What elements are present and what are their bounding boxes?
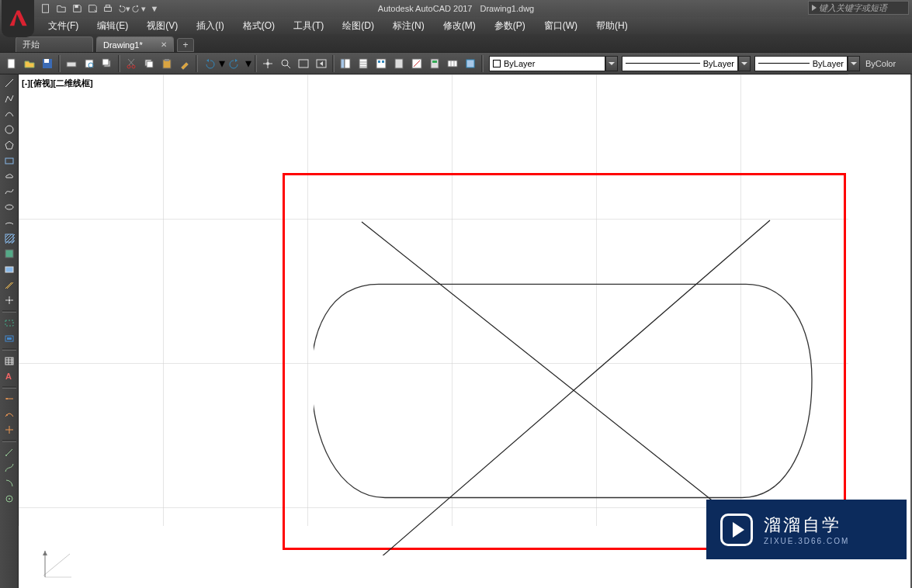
tool-m3-icon[interactable] [2, 476, 17, 490]
tb-plot-icon[interactable] [63, 55, 80, 72]
qat-plot-icon[interactable] [101, 2, 115, 16]
menu-dim[interactable]: 标注(N) [383, 17, 434, 34]
tool-earc-icon[interactable] [2, 216, 17, 230]
qat-undo-icon[interactable]: ▾ [116, 2, 130, 16]
tool-rect-icon[interactable] [2, 154, 17, 168]
tb-pan-icon[interactable] [259, 55, 276, 72]
linetype-dropdown[interactable]: ByLayer [622, 56, 738, 71]
tb-redo-drop[interactable]: ▾ [244, 55, 252, 72]
menu-format[interactable]: 格式(O) [234, 17, 284, 34]
tb-zoom-icon[interactable] [277, 55, 294, 72]
tool-table-icon[interactable] [2, 354, 17, 368]
tool-m4-icon[interactable] [2, 492, 17, 506]
qat-new-icon[interactable] [39, 2, 53, 16]
tool-circle-icon[interactable] [2, 123, 17, 137]
tool-region-icon[interactable] [2, 262, 17, 276]
tool-b3-icon[interactable] [2, 423, 17, 437]
tool-hatch-icon[interactable] [2, 231, 17, 245]
line-preview [758, 63, 810, 64]
tool-b1-icon[interactable] [2, 392, 17, 406]
menu-edit[interactable]: 编辑(E) [88, 17, 137, 34]
svg-point-47 [6, 414, 8, 416]
menu-param[interactable]: 参数(P) [485, 17, 535, 34]
search-input[interactable]: 键入关键字或短语 [808, 1, 909, 15]
drawing-canvas[interactable]: [-][俯视][二维线框] 溜溜自学 ZIXUE.3D66.COM [19, 74, 912, 588]
menu-draw[interactable]: 绘图(D) [333, 17, 383, 34]
tb-undo-drop[interactable]: ▾ [218, 55, 226, 72]
menu-modify[interactable]: 修改(M) [434, 17, 485, 34]
tb-cut-icon[interactable] [123, 55, 140, 72]
layer-color-dropdown[interactable]: ByLayer [489, 56, 605, 71]
tab-add-button[interactable]: + [177, 38, 194, 52]
tb-redo-icon[interactable] [227, 55, 244, 72]
tb-dcenter-icon[interactable] [373, 55, 390, 72]
tool-b2-icon[interactable] [2, 407, 17, 421]
tb-sheet-icon[interactable] [355, 55, 372, 72]
tb-copy-icon[interactable] [140, 55, 158, 72]
tool-cloud-icon[interactable] [2, 169, 17, 183]
tool-line-icon[interactable] [2, 76, 17, 90]
qat-redo-icon[interactable]: ▾ [132, 2, 146, 16]
dropdown-icon[interactable] [738, 56, 751, 71]
tb-tpal-icon[interactable] [390, 55, 407, 72]
qat-saveas-icon[interactable] [85, 2, 99, 16]
tb-markup-icon[interactable] [408, 55, 425, 72]
tool-dim2-icon[interactable] [2, 331, 17, 345]
tool-ray-icon[interactable] [2, 278, 17, 292]
tab-start[interactable]: 开始 [16, 36, 93, 52]
tool-polygon-icon[interactable] [2, 138, 17, 152]
tool-point-icon[interactable] [2, 293, 17, 307]
svg-rect-3 [106, 5, 109, 8]
svg-point-12 [127, 65, 130, 68]
dropdown-icon[interactable] [848, 56, 860, 71]
app-logo[interactable] [2, 0, 34, 37]
tb-block-icon[interactable] [462, 55, 479, 72]
tool-arc-icon[interactable] [2, 107, 17, 121]
tool-m2-icon[interactable] [2, 461, 17, 475]
menu-tools[interactable]: 工具(T) [284, 17, 333, 34]
line-preview [626, 63, 700, 64]
tb-save-icon[interactable] [39, 55, 56, 72]
tb-open-icon[interactable] [21, 55, 38, 72]
menu-window[interactable]: 窗口(W) [535, 17, 587, 34]
qat-save-icon[interactable] [70, 2, 84, 16]
tb-undo-icon[interactable] [200, 55, 217, 72]
svg-point-34 [5, 126, 13, 133]
tb-xref-icon[interactable] [444, 55, 461, 72]
svg-rect-30 [431, 59, 439, 68]
tool-text-icon[interactable]: A [2, 369, 17, 383]
svg-point-48 [5, 455, 7, 456]
menu-file[interactable]: 文件(F) [39, 17, 88, 34]
tb-match-icon[interactable] [176, 55, 193, 72]
menu-help[interactable]: 帮助(H) [587, 17, 637, 34]
plotstyle-label[interactable]: ByColor [861, 59, 900, 68]
tb-zoomwin-icon[interactable] [295, 55, 312, 72]
menu-insert[interactable]: 插入(I) [187, 17, 233, 34]
tool-pline-icon[interactable] [2, 92, 17, 105]
watermark-en: ZIXUE.3D66.COM [764, 537, 849, 545]
app-title: Autodesk AutoCAD 2017 [378, 4, 473, 13]
tool-gradient-icon[interactable] [2, 247, 17, 261]
tb-props-icon[interactable] [337, 55, 354, 72]
menu-view[interactable]: 视图(V) [137, 17, 187, 34]
dropdown-icon[interactable] [605, 56, 618, 71]
svg-rect-38 [5, 250, 13, 258]
svg-rect-6 [44, 59, 49, 63]
qat-open-icon[interactable] [54, 2, 68, 16]
tb-paste-icon[interactable] [158, 55, 175, 72]
tab-drawing1[interactable]: Drawing1* ✕ [96, 36, 174, 52]
svg-line-52 [362, 222, 772, 548]
tool-ellipse-icon[interactable] [2, 200, 17, 214]
lineweight-dropdown[interactable]: ByLayer [754, 56, 848, 71]
tb-zoomprev-icon[interactable] [313, 55, 330, 72]
tb-publish-icon[interactable] [99, 55, 116, 72]
tool-m1-icon[interactable] [2, 445, 17, 459]
tb-new-icon[interactable] [3, 55, 20, 72]
tb-preview-icon[interactable] [81, 55, 98, 72]
close-icon[interactable]: ✕ [161, 40, 167, 49]
qat-dropdown-icon[interactable]: ▼ [147, 2, 161, 16]
tb-calc-icon[interactable] [426, 55, 443, 72]
viewport-label[interactable]: [-][俯视][二维线框] [22, 78, 93, 89]
tool-spline-icon[interactable] [2, 185, 17, 199]
tool-dim1-icon[interactable] [2, 316, 17, 330]
